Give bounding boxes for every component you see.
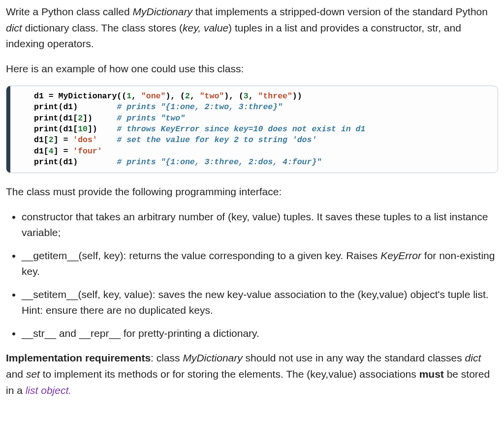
code-num: 2 [78, 114, 83, 123]
code-text: ), ( [165, 91, 185, 101]
list-item: __setitem__(self, key, value): saves the… [22, 287, 498, 319]
code-text: ]) [83, 114, 117, 123]
code-num: 10 [78, 124, 88, 134]
object-word: object. [38, 385, 71, 396]
example-intro: Here is an example of how one could use … [6, 61, 498, 77]
code-example-box: d1 = MyDictionary((1, "one"), (2, "two")… [6, 86, 498, 173]
class-name: MyDictionary [133, 6, 192, 17]
kv-label: key, value [183, 22, 228, 33]
list-item: constructor that takes an arbitrary numb… [22, 209, 498, 241]
text: should not use in any way the standard c… [243, 352, 465, 363]
must-word: must [419, 368, 444, 380]
dict-name: dict [6, 22, 22, 33]
code-str: 'dos' [73, 135, 97, 145]
code-comment: # prints "{1:one, 3:three, 2:dos, 4:four… [117, 157, 321, 167]
code-text: d1 = MyDictionary(( [34, 91, 126, 101]
code-str: "three" [258, 91, 292, 101]
code-num: 1 [126, 91, 131, 101]
code-text: , [249, 91, 258, 101]
code-text: ]) [88, 124, 117, 134]
code-text: d1[ [34, 147, 49, 156]
text: dictionary class. The class stores ( [22, 22, 183, 33]
code-example: d1 = MyDictionary((1, "one"), (2, "two")… [6, 86, 498, 173]
code-str: "one" [141, 91, 166, 101]
code-comment: # prints "{1:one, 2:two, 3:three}" [117, 102, 283, 112]
dict-name: dict [465, 352, 481, 363]
code-text: )) [292, 91, 302, 101]
list-name: list [26, 385, 38, 396]
text: __getitem__(self, key): returns the valu… [22, 250, 380, 261]
code-text: print(d1) [34, 157, 117, 167]
code-str: "two" [200, 91, 224, 101]
code-text: d1[ [34, 135, 49, 145]
list-item: __getitem__(self, key): returns the valu… [22, 248, 498, 280]
code-text: , [131, 91, 141, 101]
req-label: Implementation requirements [6, 352, 151, 363]
code-text: , [190, 91, 200, 101]
text: to implement its methods or for storing … [40, 368, 419, 380]
code-num: 3 [244, 91, 249, 101]
code-num: 4 [49, 147, 54, 156]
code-text: print(d1) [34, 102, 117, 112]
keyerror-name: KeyError [380, 250, 421, 261]
text: that implements a stripped-down version … [192, 6, 488, 17]
text: Write a Python class called [6, 6, 133, 17]
code-text [97, 135, 117, 145]
code-str: 'four' [73, 147, 102, 156]
requirements-paragraph: Implementation requirements: class MyDic… [6, 350, 498, 398]
code-text: ] = [54, 147, 73, 156]
text: and [6, 368, 26, 380]
interface-intro: The class must provide the following pro… [6, 184, 498, 200]
code-text: print(d1[ [34, 114, 78, 123]
code-text: ), ( [224, 91, 244, 101]
code-comment: # prints "two" [117, 114, 185, 123]
code-comment: # set the value for key 2 to string 'dos… [117, 135, 316, 145]
intro-paragraph: Write a Python class called MyDictionary… [6, 4, 498, 52]
code-num: 2 [49, 135, 54, 145]
class-name: MyDictionary [183, 352, 242, 363]
list-item: __str__ and __repr__ for pretty-printing… [22, 326, 498, 342]
code-text: print(d1[ [34, 124, 78, 134]
code-num: 2 [185, 91, 190, 101]
code-text: ] = [54, 135, 73, 145]
interface-list: constructor that takes an arbitrary numb… [6, 209, 498, 342]
text: : class [151, 352, 183, 363]
set-name: set [26, 368, 40, 380]
code-comment: # throws KeyError since key=10 does not … [117, 124, 365, 134]
